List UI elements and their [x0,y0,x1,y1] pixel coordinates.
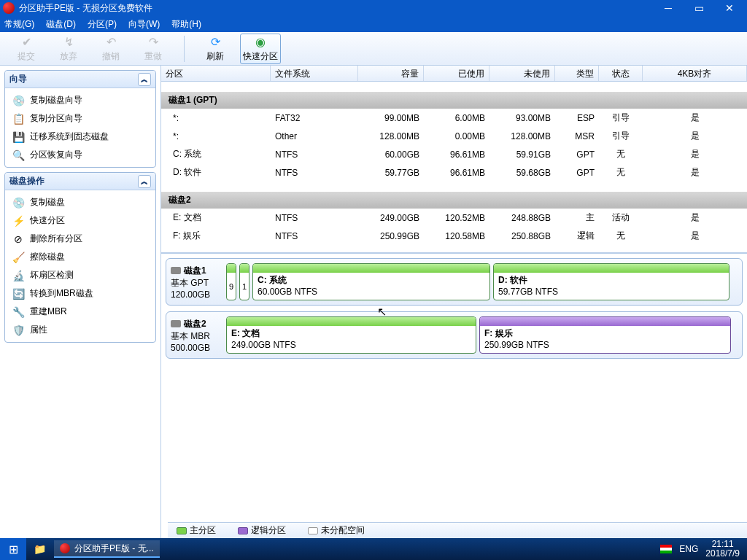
table-row[interactable]: *:Other128.00MB0.00MB128.00MBMSR引导是 [161,127,747,145]
item-icon: 📋 [12,113,24,125]
lang-flag-icon[interactable] [660,545,672,553]
menu-partition[interactable]: 分区(P) [88,18,117,31]
col-align[interactable]: 4KB对齐 [643,66,747,81]
refresh-button[interactable]: ⟳刷新 [195,34,236,64]
item-icon: 🧹 [12,252,24,263]
col-used[interactable]: 已使用 [424,66,489,81]
sidebar: 向导︽ 💿复制磁盘向导📋复制分区向导💾迁移系统到固态磁盘🔍分区恢复向导 磁盘操作… [0,66,160,538]
item-icon: ⚡ [12,215,24,227]
diskops-item[interactable]: 💿复制磁盘 [7,193,154,211]
diskops-item[interactable]: 🔧重建MBR [7,303,154,321]
legend: 主分区 逻辑分区 未分配空间 [168,522,747,538]
item-icon: ⊘ [12,233,24,245]
window-title: 分区助手PE版 - 无损分区免费软件 [19,2,654,15]
quick-partition-button[interactable]: ◉快速分区 [240,34,281,64]
disk-header[interactable]: 磁盘2 [161,192,747,209]
disk-bar[interactable]: C: 系统60.00GB NTFS [252,263,490,300]
diskops-item[interactable]: 🔄转换到MBR磁盘 [7,284,154,303]
clock[interactable]: 21:11 2018/7/9 [705,540,740,559]
start-button[interactable]: ⊞ [0,538,26,560]
diskops-item[interactable]: 🔬坏扇区检测 [7,266,154,284]
item-icon: 🔄 [12,288,24,300]
disk-bar[interactable]: D: 软件59.77GB NTFS [493,263,729,300]
menu-general[interactable]: 常规(G) [4,18,34,31]
disk-bar[interactable]: E: 文档249.00GB NTFS [226,316,476,354]
table-row[interactable]: D: 软件NTFS59.77GB96.61MB59.68GBGPT无是 [161,163,747,182]
menu-bar: 常规(G) 磁盘(D) 分区(P) 向导(W) 帮助(H) [0,16,747,32]
wizard-item[interactable]: 💾迁移系统到固态磁盘 [7,128,154,146]
diskops-item[interactable]: ⊘删除所有分区 [7,230,154,248]
diskops-item[interactable]: 🛡️属性 [7,321,154,339]
app-icon [3,2,15,14]
taskbar-app[interactable]: 分区助手PE版 - 无... [54,540,160,558]
partition-icon: ◉ [253,35,268,50]
col-filesystem[interactable]: 文件系统 [271,66,358,81]
undo-icon: ↶ [104,35,118,50]
table-header: 分区 文件系统 容量 已使用 未使用 类型 状态 4KB对齐 [161,66,747,82]
collapse-icon[interactable]: ︽ [138,175,151,188]
toolbar-separator [184,36,185,62]
unalloc-swatch [308,527,318,534]
col-type[interactable]: 类型 [555,66,599,81]
wizard-item[interactable]: 📋复制分区向导 [7,109,154,128]
title-bar: 分区助手PE版 - 无损分区免费软件 ─ ▭ ✕ [0,0,747,16]
redo-icon: ↷ [146,35,160,50]
disk-info[interactable]: 磁盘1基本 GPT120.00GB [171,263,222,300]
disk-bar[interactable]: F: 娱乐250.99GB NTFS [479,316,731,354]
minimize-button[interactable]: ─ [654,0,683,16]
maximize-button[interactable]: ▭ [684,0,713,16]
table-row[interactable]: E: 文档NTFS249.00GB120.52MB248.88GB主活动是 [161,209,747,227]
col-state[interactable]: 状态 [599,66,643,81]
refresh-icon: ⟳ [208,35,222,50]
diskops-item[interactable]: ⚡快速分区 [7,211,154,230]
explorer-icon[interactable]: 📁 [26,543,53,555]
primary-swatch [177,527,187,534]
wizard-item[interactable]: 🔍分区恢复向导 [7,146,154,164]
diskops-panel: 磁盘操作︽ 💿复制磁盘⚡快速分区⊘删除所有分区🧹擦除磁盘🔬坏扇区检测🔄转换到MB… [4,172,156,343]
disk-map-area: 磁盘1基本 GPT120.00GB91C: 系统60.00GB NTFSD: 软… [161,252,747,538]
discard-icon: ↯ [61,35,76,50]
item-icon: 🔬 [12,270,24,281]
toolbar: ✔提交 ↯放弃 ↶撤销 ↷重做 ⟳刷新 ◉快速分区 [0,32,747,66]
disk-bar-small[interactable]: 9 [226,263,236,300]
diskops-title: 磁盘操作 [9,175,44,187]
menu-wizard[interactable]: 向导(W) [128,18,160,31]
collapse-icon[interactable]: ︽ [138,73,151,86]
item-icon: 🛡️ [12,324,24,336]
item-icon: 🔍 [12,149,24,161]
item-icon: 🔧 [12,306,24,318]
redo-button[interactable]: ↷重做 [133,34,174,64]
wizard-panel: 向导︽ 💿复制磁盘向导📋复制分区向导💾迁移系统到固态磁盘🔍分区恢复向导 [4,70,156,168]
disk-header[interactable]: 磁盘1 (GPT) [161,92,747,109]
partition-table: 磁盘1 (GPT)*:FAT3299.00MB6.00MB93.00MBESP引… [161,82,747,252]
menu-help[interactable]: 帮助(H) [171,18,201,31]
lang-indicator[interactable]: ENG [679,544,698,554]
col-partition[interactable]: 分区 [161,66,271,81]
item-icon: 💿 [12,95,24,106]
disk-map: 磁盘1基本 GPT120.00GB91C: 系统60.00GB NTFSD: 软… [166,258,743,306]
item-icon: 💿 [12,197,24,209]
taskbar: ⊞ 📁 分区助手PE版 - 无... ENG 21:11 2018/7/9 [0,538,747,560]
content-area: 分区 文件系统 容量 已使用 未使用 类型 状态 4KB对齐 磁盘1 (GPT)… [160,66,747,538]
table-row[interactable]: C: 系统NTFS60.00GB96.61MB59.91GBGPT无是 [161,145,747,163]
table-row[interactable]: *:FAT3299.00MB6.00MB93.00MBESP引导是 [161,109,747,127]
disk-bar-small[interactable]: 1 [239,263,249,300]
check-icon: ✔ [19,35,34,50]
wizard-title: 向导 [9,73,27,85]
col-free[interactable]: 未使用 [489,66,555,81]
table-row[interactable]: F: 娱乐NTFS250.99GB120.58MB250.88GB逻辑无是 [161,227,747,245]
wizard-item[interactable]: 💿复制磁盘向导 [7,91,154,109]
discard-button[interactable]: ↯放弃 [48,34,89,64]
commit-button[interactable]: ✔提交 [6,34,47,64]
diskops-item[interactable]: 🧹擦除磁盘 [7,248,154,266]
close-button[interactable]: ✕ [715,0,744,16]
disk-info[interactable]: 磁盘2基本 MBR500.00GB [171,316,222,354]
undo-button[interactable]: ↶撤销 [90,34,131,64]
item-icon: 💾 [12,131,24,143]
app-icon [60,543,70,553]
logical-swatch [238,527,248,534]
menu-disk[interactable]: 磁盘(D) [46,18,76,31]
disk-map: 磁盘2基本 MBR500.00GBE: 文档249.00GB NTFSF: 娱乐… [166,311,743,359]
col-capacity[interactable]: 容量 [358,66,424,81]
